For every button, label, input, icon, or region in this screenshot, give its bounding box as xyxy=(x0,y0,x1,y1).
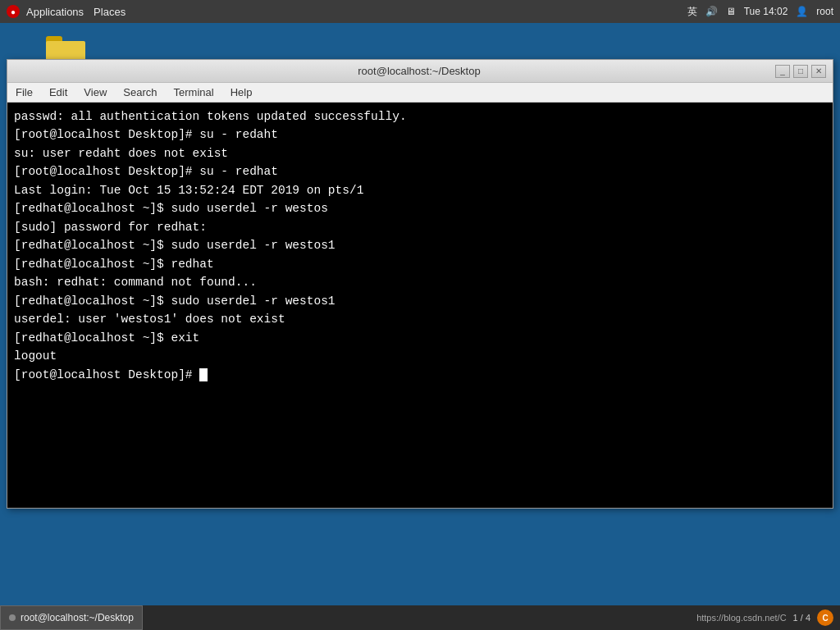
taskbar-item-label: root@localhost:~/Desktop xyxy=(21,612,134,623)
clock: Tue 14:02 xyxy=(744,6,788,17)
menu-view[interactable]: View xyxy=(79,84,112,100)
terminal-text: passwd: all authentication tokens update… xyxy=(14,107,826,384)
taskbar-url: https://blog.csdn.net/C xyxy=(696,613,786,623)
redhat-logo: ● xyxy=(7,5,20,18)
menu-help[interactable]: Help xyxy=(226,84,258,100)
window-controls: _ □ ✕ xyxy=(775,65,826,78)
places-menu[interactable]: Places xyxy=(94,6,126,18)
taskbar-dot xyxy=(9,614,16,621)
taskbar-terminal-item[interactable]: root@localhost:~/Desktop xyxy=(0,605,143,630)
close-button[interactable]: ✕ xyxy=(811,65,826,78)
terminal-cursor xyxy=(199,368,208,381)
display-icon: 🖥 xyxy=(726,6,736,17)
topbar-left: ● Applications Places xyxy=(7,5,126,18)
volume-icon: 🔊 xyxy=(705,6,718,17)
system-topbar: ● Applications Places 英 🔊 🖥 Tue 14:02 👤 … xyxy=(0,0,840,23)
taskbar: root@localhost:~/Desktop https://blog.cs… xyxy=(0,605,840,630)
menu-file[interactable]: File xyxy=(11,84,38,100)
menu-terminal[interactable]: Terminal xyxy=(169,84,219,100)
terminal-menubar: File Edit View Search Terminal Help xyxy=(7,83,833,103)
terminal-output[interactable]: passwd: all authentication tokens update… xyxy=(7,103,833,508)
topbar-menus: Applications Places xyxy=(26,6,126,18)
taskbar-pages: 1 / 4 xyxy=(793,613,810,623)
terminal-title: root@localhost:~/Desktop xyxy=(63,65,775,77)
taskbar-logo: C xyxy=(817,609,833,626)
username: root xyxy=(816,6,833,17)
menu-edit[interactable]: Edit xyxy=(44,84,72,100)
topbar-right: 英 🔊 🖥 Tue 14:02 👤 root xyxy=(687,5,833,19)
applications-menu[interactable]: Applications xyxy=(26,6,84,18)
terminal-titlebar: root@localhost:~/Desktop _ □ ✕ xyxy=(7,60,833,83)
user-icon: 👤 xyxy=(796,6,808,17)
menu-search[interactable]: Search xyxy=(118,84,162,100)
maximize-button[interactable]: □ xyxy=(793,65,808,78)
terminal-window: root@localhost:~/Desktop _ □ ✕ File Edit… xyxy=(7,59,833,509)
minimize-button[interactable]: _ xyxy=(775,65,790,78)
lang-indicator: 英 xyxy=(687,5,697,19)
taskbar-right: https://blog.csdn.net/C 1 / 4 C xyxy=(696,609,840,626)
